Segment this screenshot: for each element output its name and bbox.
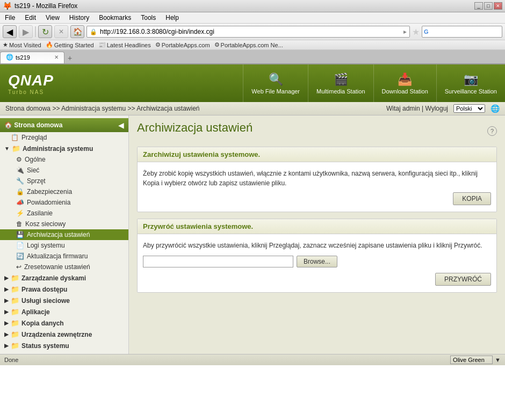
archiwizacja-icon: 💾 [16,231,24,238]
back-button[interactable]: ◀ [3,25,17,38]
backup-section: Zarchiwizuj ustawienia systemowe. Żeby z… [137,147,497,212]
ogolne-icon: ⚙ [16,156,22,163]
sidebar-folder-prawa[interactable]: ▶ 📁 Prawa dostępu [0,284,128,295]
sidebar-item-siec[interactable]: 🔌 Sieć [0,165,128,176]
address-input[interactable] [100,28,401,35]
sidebar-item-ogolne[interactable]: ⚙ Ogólne [0,154,128,165]
browser-icon: 🦊 [3,2,12,10]
nav-download-station[interactable]: 📥 Download Station [373,64,436,102]
sidebar-item-zresetowanie[interactable]: ↩ Zresetowanie ustawień [0,262,128,272]
close-button[interactable]: ✕ [494,2,502,10]
sidebar-folder-status[interactable]: ▶ 📁 Status systemu [0,340,128,351]
aktualizacja-icon: 🔄 [16,252,24,260]
tab-icon: 🌐 [6,54,13,61]
multimedia-icon: 🎬 [334,73,348,86]
sidebar-item-sprzet[interactable]: 🔧 Sprzęt [0,176,128,186]
sidebar-item-przeglad[interactable]: 📋 Przegląd [0,132,128,143]
sidebar-folder-aplikacje[interactable]: ▶ 📁 Aplikacje [0,306,128,317]
triangle-icon-prawa: ▶ [4,286,9,292]
theme-select-area: Olive Green Blue Classic ▼ [450,356,501,364]
menu-edit[interactable]: Edit [23,13,38,22]
sidebar-item-zasilanie[interactable]: ⚡ Zasilanie [0,208,128,219]
sidebar-item-zabezpieczenia[interactable]: 🔒 Zabezpieczenia [0,186,128,197]
menu-history[interactable]: History [67,13,91,22]
restore-button[interactable]: □ [484,2,493,10]
bookmarks-bar: ★ Most Visited 🔥 Getting Started 📰 Lates… [0,40,505,50]
star-icon[interactable]: ★ [412,27,420,37]
menu-tools[interactable]: Tools [139,13,158,22]
help-icon[interactable]: ? [487,126,497,136]
restore-section: Przywróć ustawienia systemowe. Aby przyw… [137,219,497,293]
stop-button[interactable]: ✕ [54,25,68,38]
lock-icon: 🔒 [90,28,97,35]
breadcrumb-right: Witaj admin | Wyloguj Polski English 🌐 [386,104,500,113]
content-area: Archiwizacja ustawień ? Zarchiwizuj usta… [129,115,505,354]
menu-file[interactable]: File [3,13,17,22]
gear-icon-2: ⚙ [214,41,220,48]
logi-icon: 📄 [16,242,24,249]
tab-close-button[interactable]: ✕ [54,54,59,60]
page-title: Archiwizacja ustawień [137,121,252,135]
sidebar-item-powiadomienia[interactable]: 📣 Powiadomienia [0,197,128,208]
sidebar-item-kosz[interactable]: 🗑 Kosz sieciowy [0,219,128,229]
powiadomienia-icon: 📣 [16,199,24,206]
bookmark-latest-headlines[interactable]: 📰 Latest Headlines [98,41,151,48]
nav-multimedia-station[interactable]: 🎬 Multimedia Station [308,64,373,102]
sidebar: 🏠 Strona domowa ◀ 📋 Przegląd ▼ 📁 Adminis… [0,115,129,354]
sidebar-item-logi[interactable]: 📄 Logi systemu [0,240,128,251]
nav-label-1: Web File Manager [251,88,300,95]
tab-ts219[interactable]: 🌐 ts219 ✕ [0,52,64,63]
restore-file-input[interactable] [143,256,293,267]
dropdown-arrow-icon: ▼ [495,357,501,363]
zasilanie-icon: ⚡ [16,209,24,217]
language-selector[interactable]: Polski English [453,104,485,113]
minimize-button[interactable]: _ [474,2,483,10]
restore-button[interactable]: PRZYWRÓĆ [435,273,491,286]
qnap-logo-text: QNAP [8,72,54,89]
restore-btn-row: PRZYWRÓĆ [143,273,491,286]
breadcrumb-bar: Strona domowa >> Administracja systemu >… [0,102,505,115]
reload-button[interactable]: ↻ [38,25,52,38]
sidebar-folder-uslugi[interactable]: ▶ 📁 Usługi sieciowe [0,295,128,306]
nav-surveillance-station[interactable]: 📷 Surveillance Station [436,64,505,102]
backup-section-header: Zarchiwizuj ustawienia systemowe. [138,147,496,162]
folder-icon-status: 📁 [11,342,19,350]
forward-button[interactable]: ▶ [19,25,33,38]
menu-help[interactable]: Help [163,13,181,22]
menu-bookmarks[interactable]: Bookmarks [97,13,133,22]
sidebar-folder-dyski[interactable]: ▶ 📁 Zarządzanie dyskami [0,272,128,284]
sidebar-item-aktualizacja[interactable]: 🔄 Aktualizacja firmwaru [0,251,128,262]
sidebar-collapse-button[interactable]: ◀ [118,121,124,129]
bookmark-portableapps-ne[interactable]: ⚙ PortableApps.com Ne... [214,41,283,48]
nav-web-file-manager[interactable]: 🔍 Web File Manager [243,64,308,102]
backup-description: Żeby zrobić kopię wszystkich ustawień, w… [143,169,491,188]
bookmark-portableapps[interactable]: ⚙ PortableApps.com [155,41,210,48]
folder-icon-urz: 📁 [11,330,19,338]
browse-button[interactable]: Browse... [297,256,337,267]
backup-button[interactable]: KOPIA [453,192,491,205]
restore-section-header: Przywróć ustawienia systemowe. [138,219,496,234]
bookmark-most-visited[interactable]: ★ Most Visited [3,41,41,48]
folder-icon-kopia: 📁 [11,319,19,327]
surveillance-icon: 📷 [464,73,478,86]
sidebar-item-archiwizacja[interactable]: 💾 Archiwizacja ustawień [0,229,128,240]
sidebar-folder-urzadzenia[interactable]: ▶ 📁 Urządzenia zewnętrzne [0,329,128,340]
new-tab-button[interactable]: + [64,53,75,63]
nav-label-4: Surveillance Station [445,88,497,95]
folder-icon-app: 📁 [11,308,19,316]
search-input[interactable] [430,28,502,35]
sidebar-folder-kopia[interactable]: ▶ 📁 Kopia danych [0,317,128,329]
bookmark-getting-started[interactable]: 🔥 Getting Started [46,41,94,48]
theme-dropdown[interactable]: Olive Green Blue Classic [450,356,493,364]
status-text: Done [4,357,18,363]
sidebar-folder-admin[interactable]: ▼ 📁 Administracja systemu [0,143,128,154]
status-bar: Done Olive Green Blue Classic ▼ [0,354,505,365]
triangle-icon-status: ▶ [4,343,9,349]
search-bar: G 🔍 [422,26,502,38]
gear-icon: ⚙ [155,41,161,48]
window-controls: _ □ ✕ [474,2,502,10]
home-button[interactable]: 🏠 [70,25,84,38]
home-icon: 🏠 [4,121,12,129]
menu-view[interactable]: View [44,13,62,22]
triangle-icon: ▼ [4,146,10,151]
